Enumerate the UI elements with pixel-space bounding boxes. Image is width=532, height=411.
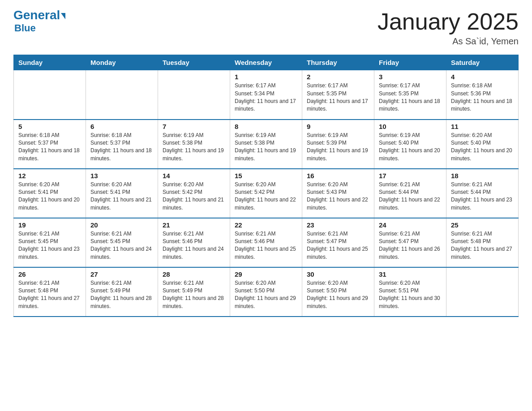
calendar-header: SundayMondayTuesdayWednesdayThursdayFrid… [14,55,519,70]
calendar-cell [14,70,86,120]
day-info: Sunrise: 6:21 AMSunset: 5:46 PMDaylight:… [235,230,297,261]
day-number: 11 [451,123,514,130]
logo-general: General [13,9,65,21]
day-number: 30 [307,270,369,278]
day-info: Sunrise: 6:21 AMSunset: 5:49 PMDaylight:… [163,279,225,311]
day-info: Sunrise: 6:20 AMSunset: 5:41 PMDaylight:… [18,181,81,212]
calendar-table: SundayMondayTuesdayWednesdayThursdayFrid… [13,55,519,317]
day-number: 28 [163,270,225,278]
day-number: 20 [90,221,153,229]
day-info: Sunrise: 6:21 AMSunset: 5:47 PMDaylight:… [379,230,442,261]
day-number: 26 [18,270,81,278]
day-of-week-header: Friday [374,55,446,70]
calendar-cell: 19Sunrise: 6:21 AMSunset: 5:45 PMDayligh… [14,218,86,267]
calendar-week-row: 19Sunrise: 6:21 AMSunset: 5:45 PMDayligh… [14,218,519,267]
day-number: 18 [451,172,514,180]
day-number: 8 [235,123,297,130]
calendar-cell: 13Sunrise: 6:20 AMSunset: 5:41 PMDayligh… [86,169,158,218]
day-number: 12 [18,172,81,180]
day-number: 4 [451,73,514,81]
day-number: 19 [18,221,81,229]
calendar-cell: 11Sunrise: 6:20 AMSunset: 5:40 PMDayligh… [446,120,519,169]
calendar-cell: 14Sunrise: 6:20 AMSunset: 5:42 PMDayligh… [158,169,230,218]
calendar-cell [86,70,158,120]
calendar-cell: 24Sunrise: 6:21 AMSunset: 5:47 PMDayligh… [374,218,446,267]
day-number: 14 [163,172,225,180]
calendar-subtitle: As Sa`id, Yemen [378,36,519,47]
calendar-cell: 18Sunrise: 6:21 AMSunset: 5:44 PMDayligh… [446,169,519,218]
day-number: 10 [379,123,442,130]
calendar-cell: 12Sunrise: 6:20 AMSunset: 5:41 PMDayligh… [14,169,86,218]
day-number: 16 [307,172,369,180]
calendar-week-row: 5Sunrise: 6:18 AMSunset: 5:37 PMDaylight… [14,120,519,169]
day-number: 7 [163,123,225,130]
calendar-cell [158,70,230,120]
day-info: Sunrise: 6:21 AMSunset: 5:49 PMDaylight:… [90,279,153,311]
calendar-cell: 31Sunrise: 6:20 AMSunset: 5:51 PMDayligh… [374,267,446,317]
day-info: Sunrise: 6:20 AMSunset: 5:40 PMDaylight:… [451,132,514,163]
day-number: 29 [235,270,297,278]
title-block: January 2025 As Sa`id, Yemen [378,9,519,47]
day-number: 31 [379,270,442,278]
logo-blue-text: Blue [14,22,36,34]
page-header: General Blue January 2025 As Sa`id, Yeme… [13,9,519,47]
logo: General Blue [13,9,65,34]
days-of-week-row: SundayMondayTuesdayWednesdayThursdayFrid… [14,55,519,70]
calendar-cell: 23Sunrise: 6:21 AMSunset: 5:47 PMDayligh… [302,218,374,267]
day-number: 5 [18,123,81,130]
calendar-title: January 2025 [378,9,519,34]
logo-triangle-icon [61,13,65,19]
day-info: Sunrise: 6:20 AMSunset: 5:50 PMDaylight:… [307,279,369,311]
day-number: 23 [307,221,369,229]
day-of-week-header: Saturday [446,55,519,70]
day-info: Sunrise: 6:19 AMSunset: 5:38 PMDaylight:… [235,132,297,163]
day-info: Sunrise: 6:19 AMSunset: 5:39 PMDaylight:… [307,132,369,163]
day-info: Sunrise: 6:21 AMSunset: 5:46 PMDaylight:… [163,230,225,261]
day-info: Sunrise: 6:21 AMSunset: 5:44 PMDaylight:… [379,181,442,212]
day-info: Sunrise: 6:17 AMSunset: 5:35 PMDaylight:… [307,82,369,113]
day-info: Sunrise: 6:19 AMSunset: 5:40 PMDaylight:… [379,132,442,163]
calendar-cell: 8Sunrise: 6:19 AMSunset: 5:38 PMDaylight… [230,120,302,169]
day-number: 25 [451,221,514,229]
day-number: 6 [90,123,153,130]
day-info: Sunrise: 6:21 AMSunset: 5:48 PMDaylight:… [18,279,81,311]
calendar-cell: 20Sunrise: 6:21 AMSunset: 5:45 PMDayligh… [86,218,158,267]
calendar-cell: 7Sunrise: 6:19 AMSunset: 5:38 PMDaylight… [158,120,230,169]
calendar-week-row: 12Sunrise: 6:20 AMSunset: 5:41 PMDayligh… [14,169,519,218]
calendar-cell [446,267,519,317]
day-number: 1 [235,73,297,81]
calendar-cell: 30Sunrise: 6:20 AMSunset: 5:50 PMDayligh… [302,267,374,317]
day-info: Sunrise: 6:21 AMSunset: 5:47 PMDaylight:… [307,230,369,261]
day-number: 9 [307,123,369,130]
calendar-cell: 28Sunrise: 6:21 AMSunset: 5:49 PMDayligh… [158,267,230,317]
day-info: Sunrise: 6:18 AMSunset: 5:37 PMDaylight:… [90,132,153,163]
logo-general-text: General [13,8,60,22]
day-info: Sunrise: 6:20 AMSunset: 5:51 PMDaylight:… [379,279,442,311]
day-of-week-header: Sunday [14,55,86,70]
day-info: Sunrise: 6:20 AMSunset: 5:42 PMDaylight:… [235,181,297,212]
day-number: 17 [379,172,442,180]
day-number: 24 [379,221,442,229]
calendar-cell: 16Sunrise: 6:20 AMSunset: 5:43 PMDayligh… [302,169,374,218]
calendar-cell: 4Sunrise: 6:18 AMSunset: 5:36 PMDaylight… [446,70,519,120]
day-info: Sunrise: 6:21 AMSunset: 5:45 PMDaylight:… [90,230,153,261]
day-number: 3 [379,73,442,81]
day-number: 13 [90,172,153,180]
calendar-week-row: 26Sunrise: 6:21 AMSunset: 5:48 PMDayligh… [14,267,519,317]
calendar-cell: 21Sunrise: 6:21 AMSunset: 5:46 PMDayligh… [158,218,230,267]
day-of-week-header: Tuesday [158,55,230,70]
day-info: Sunrise: 6:21 AMSunset: 5:45 PMDaylight:… [18,230,81,261]
day-number: 27 [90,270,153,278]
calendar-cell: 6Sunrise: 6:18 AMSunset: 5:37 PMDaylight… [86,120,158,169]
calendar-cell: 29Sunrise: 6:20 AMSunset: 5:50 PMDayligh… [230,267,302,317]
day-of-week-header: Thursday [302,55,374,70]
calendar-cell: 5Sunrise: 6:18 AMSunset: 5:37 PMDaylight… [14,120,86,169]
day-info: Sunrise: 6:19 AMSunset: 5:38 PMDaylight:… [163,132,225,163]
calendar-cell: 27Sunrise: 6:21 AMSunset: 5:49 PMDayligh… [86,267,158,317]
day-number: 21 [163,221,225,229]
day-info: Sunrise: 6:18 AMSunset: 5:36 PMDaylight:… [451,82,514,113]
day-info: Sunrise: 6:20 AMSunset: 5:50 PMDaylight:… [235,279,297,311]
day-info: Sunrise: 6:20 AMSunset: 5:43 PMDaylight:… [307,181,369,212]
calendar-cell: 9Sunrise: 6:19 AMSunset: 5:39 PMDaylight… [302,120,374,169]
day-info: Sunrise: 6:17 AMSunset: 5:34 PMDaylight:… [235,82,297,113]
